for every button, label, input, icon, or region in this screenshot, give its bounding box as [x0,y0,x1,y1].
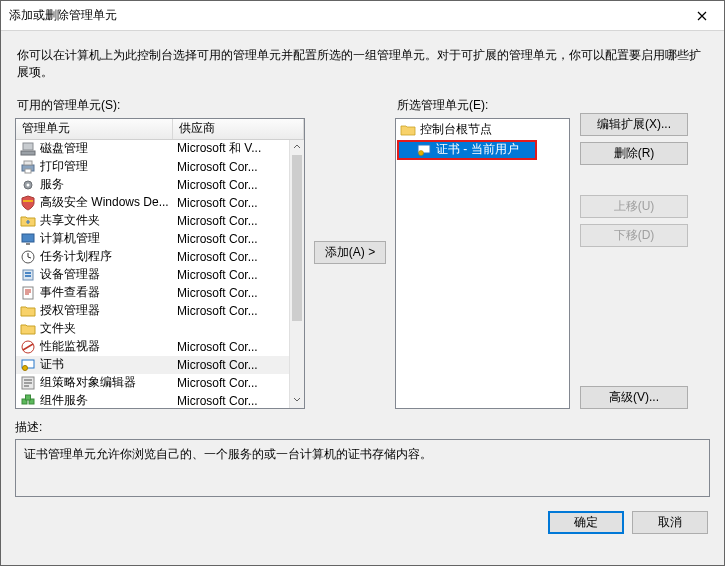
list-item-name: 文件夹 [40,320,76,337]
list-header[interactable]: 管理单元 供应商 [16,119,304,140]
list-item[interactable]: 磁盘管理Microsoft 和 V... [16,140,289,158]
header-vendor[interactable]: 供应商 [173,119,304,139]
list-item-name: 磁盘管理 [40,140,88,157]
list-item-vendor: Microsoft Cor... [173,196,289,210]
list-item-name: 服务 [40,176,64,193]
description-box: 证书管理单元允许你浏览自己的、一个服务的或一台计算机的证书存储内容。 [15,439,710,497]
move-up-button[interactable]: 上移(U) [580,195,688,218]
list-body: 磁盘管理Microsoft 和 V...打印管理Microsoft Cor...… [16,140,289,408]
header-name[interactable]: 管理单元 [16,119,173,139]
list-item[interactable]: 文件夹 [16,320,289,338]
chevron-down-icon [293,396,301,404]
scroll-down-arrow[interactable] [290,393,304,408]
list-item[interactable]: 共享文件夹Microsoft Cor... [16,212,289,230]
share-icon [20,213,36,229]
svg-rect-1 [23,143,33,150]
svg-rect-0 [21,151,35,155]
tree-selected-label: 证书 - 当前用户 [436,141,519,158]
selected-tree[interactable]: 控制台根节点 证书 - 当前用户 [395,118,570,409]
list-item-vendor: Microsoft Cor... [173,160,289,174]
edit-extensions-button[interactable]: 编辑扩展(X)... [580,113,688,136]
tree-selected-node[interactable]: 证书 - 当前用户 [398,141,536,159]
list-item-name: 共享文件夹 [40,212,100,229]
list-item-name: 任务计划程序 [40,248,112,265]
cancel-button[interactable]: 取消 [632,511,708,534]
list-item[interactable]: 性能监视器Microsoft Cor... [16,338,289,356]
list-item[interactable]: 授权管理器Microsoft Cor... [16,302,289,320]
close-button[interactable] [679,1,724,30]
computer-icon [20,231,36,247]
remove-button[interactable]: 删除(R) [580,142,688,165]
svg-rect-12 [25,272,31,274]
list-item-vendor: Microsoft Cor... [173,286,289,300]
list-item[interactable]: 打印管理Microsoft Cor... [16,158,289,176]
list-item-name: 计算机管理 [40,230,100,247]
titlebar: 添加或删除管理单元 [1,1,724,31]
list-item[interactable]: 服务Microsoft Cor... [16,176,289,194]
svg-rect-9 [26,243,30,245]
list-item-vendor: Microsoft Cor... [173,340,289,354]
description-text: 证书管理单元允许你浏览自己的、一个服务的或一台计算机的证书存储内容。 [24,447,432,461]
available-listbox[interactable]: 管理单元 供应商 磁盘管理Microsoft 和 V...打印管理Microso… [15,118,305,409]
list-item[interactable]: 计算机管理Microsoft Cor... [16,230,289,248]
ok-button[interactable]: 确定 [548,511,624,534]
list-item[interactable]: 组策略对象编辑器Microsoft Cor... [16,374,289,392]
list-item-vendor: Microsoft Cor... [173,304,289,318]
svg-rect-8 [22,234,34,242]
list-item[interactable]: 任务计划程序Microsoft Cor... [16,248,289,266]
component-icon [20,393,36,408]
list-item-vendor: Microsoft Cor... [173,178,289,192]
list-item-name: 事件查看器 [40,284,100,301]
scrollbar-vertical[interactable] [289,140,304,408]
svg-rect-7 [23,200,33,202]
list-item-vendor: Microsoft Cor... [173,394,289,408]
description-label: 描述: [15,419,710,436]
list-item[interactable]: 高级安全 Windows De...Microsoft Cor... [16,194,289,212]
gpo-icon [20,375,36,391]
list-item[interactable]: 组件服务Microsoft Cor... [16,392,289,408]
list-item[interactable]: 事件查看器Microsoft Cor... [16,284,289,302]
list-item-name: 设备管理器 [40,266,100,283]
chevron-up-icon [293,143,301,151]
svg-point-6 [27,183,30,186]
list-item-vendor: Microsoft Cor... [173,232,289,246]
list-item-name: 组策略对象编辑器 [40,374,136,391]
list-item[interactable]: 设备管理器Microsoft Cor... [16,266,289,284]
scroll-track[interactable] [290,155,304,393]
close-icon [697,11,707,21]
list-item-name: 高级安全 Windows De... [40,194,169,211]
perf-icon [20,339,36,355]
scroll-thumb[interactable] [292,155,302,322]
list-item-vendor: Microsoft Cor... [173,268,289,282]
cert-icon [20,357,36,373]
advanced-button[interactable]: 高级(V)... [580,386,688,409]
list-item-vendor: Microsoft Cor... [173,358,289,372]
disk-icon [20,141,36,157]
add-button[interactable]: 添加(A) > [314,241,386,264]
svg-rect-21 [26,395,31,400]
svg-point-17 [23,365,28,370]
device-icon [20,267,36,283]
list-item[interactable]: 证书Microsoft Cor... [16,356,289,374]
shield-icon [20,195,36,211]
scroll-up-arrow[interactable] [290,140,304,155]
list-item-vendor: Microsoft 和 V... [173,140,289,157]
move-down-button[interactable]: 下移(D) [580,224,688,247]
printer-icon [20,159,36,175]
list-item-name: 组件服务 [40,392,88,408]
tree-root-node[interactable]: 控制台根节点 [398,121,567,139]
folder-icon [20,321,36,337]
list-item-name: 性能监视器 [40,338,100,355]
window-title: 添加或删除管理单元 [9,7,679,24]
svg-rect-13 [25,275,31,277]
gear-icon [20,177,36,193]
list-item-name: 证书 [40,356,64,373]
instruction-text: 你可以在计算机上为此控制台选择可用的管理单元并配置所选的一组管理单元。对于可扩展… [17,47,708,81]
list-item-vendor: Microsoft Cor... [173,376,289,390]
event-icon [20,285,36,301]
svg-rect-4 [25,169,31,173]
folder-icon [20,303,36,319]
tree-root-label: 控制台根节点 [420,121,492,138]
available-label: 可用的管理单元(S): [15,97,305,114]
svg-rect-14 [23,287,33,299]
